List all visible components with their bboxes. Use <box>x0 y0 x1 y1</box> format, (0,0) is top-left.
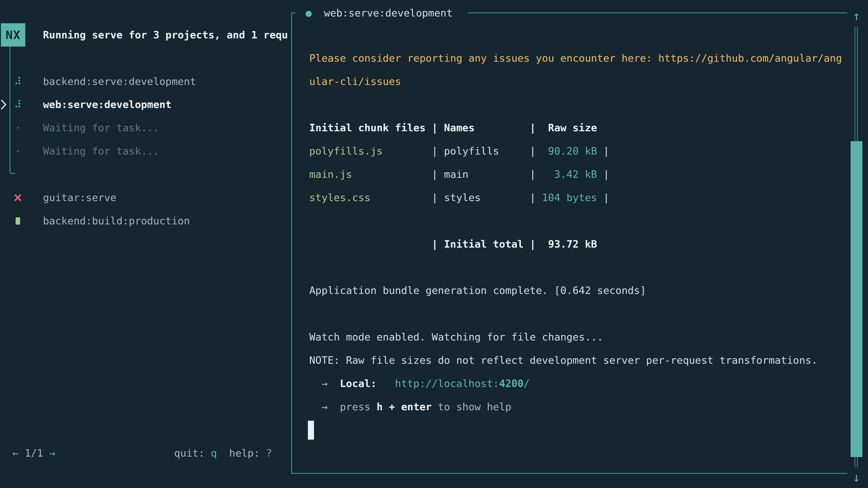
text-segment: → <box>321 401 328 413</box>
text-segment: 3.42 kB <box>554 168 597 180</box>
terminal-line: styles.css | styles | 104 bytes | <box>309 186 610 209</box>
task-row-backend-build-production[interactable]: backend:build:production <box>0 209 291 232</box>
terminal-cursor <box>308 421 314 440</box>
text-segment: | <box>597 192 609 203</box>
panel-border-bottom <box>291 473 847 474</box>
quit-hint-key: q <box>211 447 217 459</box>
text-segment: Local: <box>340 378 377 390</box>
task-label: guitar:serve <box>43 186 116 209</box>
dot-status-icon: · <box>14 139 21 163</box>
text-segment: | main | <box>352 168 554 180</box>
terminal-line: Please consider reporting any issues you… <box>309 46 842 70</box>
pagination-next-arrow-icon[interactable]: → <box>43 447 55 459</box>
text-segment: | styles | <box>370 192 542 203</box>
text-segment: 104 bytes <box>542 192 597 203</box>
text-segment: styles.css <box>309 192 370 203</box>
panel-border-top-stub <box>291 12 295 13</box>
terminal-line: polyfills.js | polyfills | 90.20 kB | <box>309 139 610 163</box>
panel-border-left <box>291 12 292 474</box>
text-segment: polyfills.js <box>309 145 383 157</box>
text-segment: main.js <box>309 168 352 180</box>
terminal-line: Application bundle generation complete. … <box>309 279 646 302</box>
sidebar-header: Running serve for 3 projects, and 1 requ <box>43 23 288 46</box>
text-segment: press <box>340 401 377 413</box>
nx-tui-screen: NX Running serve for 3 projects, and 1 r… <box>0 0 868 488</box>
keyboard-hints: quit: q help: ? <box>174 442 272 465</box>
selected-task-chevron-icon <box>0 93 9 116</box>
text-segment: h + enter <box>377 401 432 413</box>
text-segment <box>377 378 395 390</box>
spinner-status-icon: ⠼ <box>14 93 21 116</box>
local-url[interactable]: http://localhost: <box>395 378 499 390</box>
dot-status-icon: · <box>14 116 21 139</box>
task-row-guitar-serve[interactable]: guitar:serve <box>0 186 291 209</box>
text-segment: Application bundle generation complete. … <box>309 285 646 296</box>
text-segment: Watch mode enabled. Watching for file ch… <box>309 331 603 343</box>
text-segment: | Initial total | 93.72 kB <box>309 238 597 250</box>
task-list-pagination: ← 1/1 → <box>12 442 55 465</box>
text-segment: ular-cli/issues <box>309 75 401 88</box>
spinner-status-icon: ⠼ <box>14 70 21 93</box>
terminal-line: main.js | main | 3.42 kB | <box>309 163 610 186</box>
text-segment: | polyfills | <box>383 145 548 157</box>
text-segment: | <box>597 145 609 157</box>
terminal-line: → Local: http://localhost:4200/ <box>309 372 530 395</box>
text-segment <box>309 401 321 413</box>
panel-title-text: web:serve:development <box>324 7 453 19</box>
text-segment <box>328 378 340 390</box>
text-segment: → <box>321 378 328 390</box>
scrollbar-thumb[interactable] <box>850 141 862 457</box>
square-status-icon <box>14 209 21 232</box>
help-hint-key: ? <box>266 447 272 459</box>
panel-title: ● web:serve:development <box>306 1 453 25</box>
text-segment <box>309 378 321 390</box>
local-url-port[interactable]: 4200 <box>499 378 524 390</box>
nx-logo: NX <box>1 23 25 46</box>
local-url-slash[interactable]: / <box>524 378 530 390</box>
hints-separator <box>217 447 229 459</box>
text-segment: Initial chunk files | Names | Raw size <box>309 122 597 134</box>
text-segment: to show help <box>432 401 511 413</box>
task-row-web-serve-development[interactable]: ⠼web:serve:development <box>0 93 291 116</box>
scrollbar-up-arrow-icon[interactable]: ↑ <box>849 6 864 25</box>
pagination-page-indicator: 1/1 <box>25 447 43 459</box>
task-label: Waiting for task... <box>43 139 159 163</box>
scrollbar-down-arrow-icon[interactable]: ↓ <box>849 468 864 487</box>
running-status-bullet-icon: ● <box>306 7 312 19</box>
terminal-line: → press h + enter to show help <box>309 395 511 418</box>
task-sidebar: NX Running serve for 3 projects, and 1 r… <box>0 0 291 488</box>
terminal-line: NOTE: Raw file sizes do not reflect deve… <box>309 349 817 372</box>
cross-status-icon <box>14 186 21 209</box>
terminal-line: | Initial total | 93.72 kB <box>309 232 597 256</box>
task-label: backend:build:production <box>43 209 190 232</box>
task-label: Waiting for task... <box>43 116 159 139</box>
task-row-waiting-for-task-[interactable]: ·Waiting for task... <box>0 139 291 163</box>
task-label: backend:serve:development <box>43 70 196 93</box>
terminal-line: Initial chunk files | Names | Raw size <box>309 116 597 139</box>
pagination-prev-arrow-icon[interactable]: ← <box>12 447 25 459</box>
task-row-backend-serve-development[interactable]: ⠼backend:serve:development <box>0 70 291 93</box>
text-segment: Please consider reporting any issues you… <box>309 52 842 64</box>
task-label: web:serve:development <box>43 93 172 116</box>
text-segment: NOTE: Raw file sizes do not reflect deve… <box>309 354 817 366</box>
panel-title-gap <box>312 7 324 19</box>
help-hint-label: help: <box>229 447 266 459</box>
task-row-waiting-for-task-[interactable]: ·Waiting for task... <box>0 116 291 139</box>
panel-border-top <box>468 12 847 13</box>
text-segment <box>328 401 340 413</box>
terminal-line: ular-cli/issues <box>309 70 401 93</box>
quit-hint-label: quit: <box>174 447 211 459</box>
text-segment: | <box>597 168 609 180</box>
terminal-line: Watch mode enabled. Watching for file ch… <box>309 325 603 349</box>
text-segment: 90.20 kB <box>548 145 597 157</box>
